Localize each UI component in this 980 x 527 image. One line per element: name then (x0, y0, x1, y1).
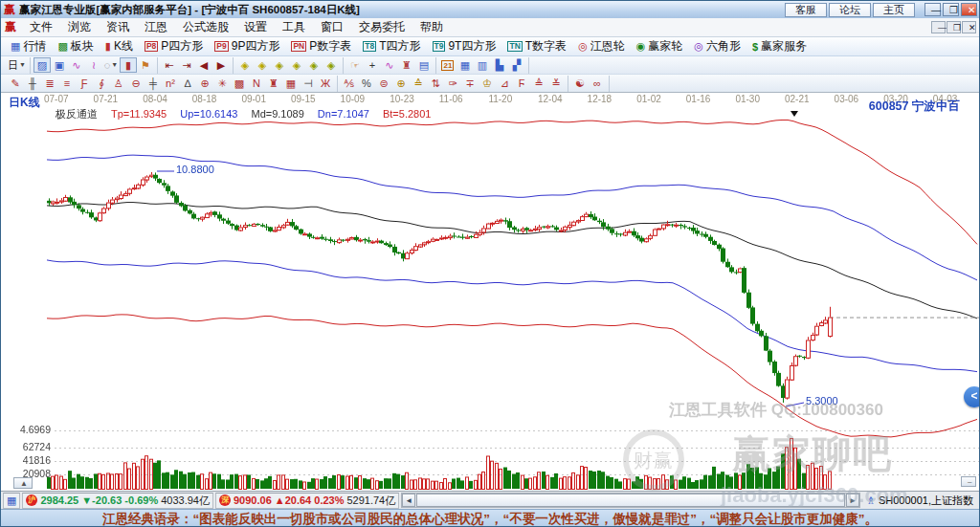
menu-item-7[interactable]: 窗口 (313, 17, 351, 37)
menu-item-5[interactable]: 设置 (236, 17, 275, 37)
percent-icon[interactable]: % (358, 76, 375, 91)
menu-item-8[interactable]: 交易委托 (351, 17, 412, 37)
prev-page-icon[interactable]: ◀ (195, 57, 212, 73)
gann-angle3-icon[interactable]: ◈ (271, 57, 288, 73)
current-symbol-cell[interactable]: ♗ SH000001,上证指数 (862, 494, 977, 508)
bars-tool-icon[interactable]: ╪ (145, 76, 162, 91)
mdi-minimize-button[interactable]: — (931, 21, 946, 33)
t-number-table-button[interactable]: TNT数字表 (501, 38, 572, 55)
forum-button[interactable]: 论坛 (829, 3, 871, 17)
pivot-tool-icon[interactable]: ♙ (110, 76, 127, 91)
matrix-icon[interactable]: ▦ (282, 76, 300, 91)
kline-chart-canvas[interactable] (1, 93, 980, 491)
mdi-restore-button[interactable]: ❐ (947, 21, 961, 33)
shenzhen-index-quote[interactable]: 深 9090.06 ▲20.64 0.23% 5291.74亿 (215, 493, 399, 509)
marker-style-selector[interactable]: ◌▼ (102, 57, 120, 73)
star-lines-icon[interactable]: Ж (317, 76, 334, 91)
menu-item-9[interactable]: 帮助 (412, 17, 451, 37)
gold-section-icon[interactable]: ≙ (410, 76, 427, 91)
hline-set-icon[interactable]: ≣ (41, 76, 58, 91)
updown-tool-icon[interactable]: ⇅ (427, 76, 444, 91)
t-square-button[interactable]: T8T四方形 (357, 38, 426, 55)
winner-wheel-button[interactable]: ◉赢家轮 (631, 38, 689, 55)
calendar-icon[interactable]: 21 (439, 57, 457, 73)
scroll-left-arrow[interactable]: ◄ (402, 494, 415, 507)
mdi-close-button[interactable]: ✕ (962, 21, 976, 33)
menu-item-6[interactable]: 工具 (275, 17, 313, 37)
menu-item-0[interactable]: 文件 (22, 17, 60, 37)
castle-grid-icon[interactable]: ♜ (265, 76, 282, 91)
angle-tool-icon[interactable]: ∆ (179, 76, 196, 91)
save-icon[interactable]: ▙ (491, 57, 508, 73)
quotes-button[interactable]: ▦行情 (5, 38, 52, 55)
flag-tool-icon[interactable]: ⚑ (137, 57, 154, 73)
trade-icon[interactable]: ▞ (508, 57, 525, 73)
annotate-icon[interactable]: ✑ (444, 76, 461, 91)
chart-style-icon[interactable]: ▨ (33, 57, 51, 73)
menu-item-1[interactable]: 浏览 (60, 17, 99, 37)
yinyang-icon[interactable]: ☯ (571, 76, 589, 91)
crosshair-icon[interactable]: + (364, 57, 381, 73)
gold-circle-icon[interactable]: ⊕ (392, 76, 410, 91)
first-page-icon[interactable]: ⇤ (161, 57, 178, 73)
period-daily-selector[interactable]: 日▼ (7, 57, 27, 73)
hexagon-button[interactable]: ◎六角形 (688, 38, 746, 55)
minimize-button[interactable]: — (924, 3, 941, 16)
scrollbar-thumb[interactable] (416, 494, 845, 507)
delta-line-icon[interactable]: ≜ (530, 76, 547, 91)
homepage-button[interactable]: 主页 (873, 3, 915, 17)
gann-castle-icon[interactable]: ♜ (398, 57, 415, 73)
hline-icon[interactable]: ≡ (58, 76, 76, 91)
n-wave-icon[interactable]: Ν (248, 76, 265, 91)
pan-hand-icon[interactable]: ☞ (346, 57, 364, 73)
customer-service-button[interactable]: 客服 (785, 3, 827, 17)
9p-square-button[interactable]: P99P四方形 (209, 38, 285, 55)
fib-tool-icon[interactable]: Ƒ (76, 76, 93, 91)
gann-angle4-icon[interactable]: ◈ (288, 57, 305, 73)
board-view-icon[interactable]: ▣ (51, 57, 68, 73)
ruler-icon[interactable]: ⊣ (300, 76, 317, 91)
p-number-table-button[interactable]: PNP数字表 (285, 38, 357, 55)
candle-style-icon[interactable]: ▮ (120, 57, 137, 73)
infinity-icon[interactable]: ∞ (589, 76, 606, 91)
pen-icon[interactable]: ✎ (7, 76, 24, 91)
p-square-button[interactable]: P8P四方形 (139, 38, 209, 55)
gann-circle-icon[interactable]: ⊕ (196, 76, 213, 91)
winner-service-button[interactable]: $赢家服务 (746, 38, 813, 55)
equal-circle-icon[interactable]: ⊜ (375, 76, 392, 91)
gann-star-icon[interactable]: ✳ (213, 76, 231, 91)
square-of-nine-icon[interactable]: n² (162, 76, 179, 91)
gann-wheel-button[interactable]: ◎江恩轮 (572, 38, 631, 55)
layers-icon[interactable]: ▤ (415, 57, 433, 73)
9t-square-button[interactable]: T99T四方形 (427, 38, 502, 55)
last-page-icon[interactable]: ⇥ (178, 57, 195, 73)
kline-button[interactable]: ▮K线 (100, 38, 139, 55)
menu-item-3[interactable]: 江恩 (137, 17, 175, 37)
restore-button[interactable]: ❐ (943, 3, 959, 16)
report-icon[interactable]: ▥ (474, 57, 491, 73)
right-triangle-icon[interactable]: ⊿ (496, 76, 513, 91)
circle-cycle-icon[interactable]: ⊖ (127, 76, 145, 91)
wave-tool-icon[interactable]: ∿ (68, 57, 85, 73)
wave2-tool-icon[interactable]: ≀ (85, 57, 102, 73)
gann-angle-icon[interactable]: ◈ (236, 57, 254, 73)
menu-item-4[interactable]: 公式选股 (175, 17, 236, 37)
close-button[interactable]: ✕ (961, 3, 977, 16)
gann-fan2-icon[interactable]: ◈ (323, 57, 340, 73)
f-angle-icon[interactable]: Ϝ (513, 76, 530, 91)
keyboard-wizard-button[interactable]: ▦ (3, 493, 20, 509)
sectors-button[interactable]: ▩板块 (52, 38, 99, 55)
plus-minus-icon[interactable]: ∓ (461, 76, 479, 91)
collapse-panel-button[interactable]: – (961, 476, 976, 487)
shanghai-index-quote[interactable]: 沪 2984.25 ▼-20.63 -0.69% 4033.94亿 (22, 493, 213, 509)
gann-angle2-icon[interactable]: ◈ (254, 57, 271, 73)
calculator-icon[interactable]: ▦ (457, 57, 474, 73)
spiral-tool-icon[interactable]: ∮ (93, 76, 110, 91)
freeline-icon[interactable]: ∿ (381, 57, 398, 73)
price-grid-icon[interactable]: ▩ (231, 76, 248, 91)
grid-lines-icon[interactable]: ╫ (24, 76, 41, 91)
gann-fan-icon[interactable]: ◈ (305, 57, 323, 73)
percent-line-icon[interactable]: ⅍ (341, 76, 358, 91)
expand-sidebar-button[interactable]: < (964, 386, 980, 407)
menu-item-2[interactable]: 资讯 (99, 17, 137, 37)
